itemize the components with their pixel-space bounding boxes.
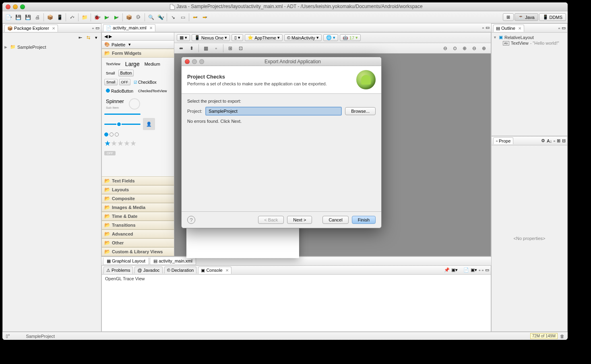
toggle-outline-icon[interactable]: ⊡ [236,44,245,53]
widget-subitem[interactable]: Sub Item [104,105,126,110]
javadoc-tab[interactable]: @ Javadoc [134,267,162,273]
package-explorer-tab[interactable]: 📦 Package Explorer✕ [4,25,58,32]
open-perspective-button[interactable]: ⊞ [503,13,514,21]
problems-tab[interactable]: ⚠ Problems [103,267,133,274]
palette-layouts[interactable]: 📂Layouts [102,185,174,194]
quickcontact-icon[interactable]: 👤 [143,118,155,130]
new-package-button[interactable]: 📦 [124,13,133,22]
java-perspective-button[interactable]: ☕Java [515,13,538,21]
outline-max-icon[interactable]: ▭ [562,25,566,31]
widget-ratingbar[interactable]: ★★★★★ [104,139,172,148]
palette-composite[interactable]: 📂Composite [102,194,174,203]
palette-nav[interactable]: ◀ ▶ [102,33,174,41]
align-h-icon[interactable]: ⬌ [177,44,186,53]
props-btn4-icon[interactable]: ⊞ [557,138,560,143]
config-dropdown[interactable]: ▦ ▾ [177,34,190,41]
palette-other[interactable]: 📂Other [102,238,174,247]
outline-tab[interactable]: ▤ Outline✕ [493,25,524,32]
help-icon[interactable]: ? [187,216,195,224]
progress-circle-icon[interactable] [129,98,140,110]
ddms-perspective-button[interactable]: 📱DDMS [539,13,566,21]
orientation-dropdown[interactable]: ▯ ▾ [231,34,243,41]
new-class-button[interactable]: ©▾ [134,13,143,22]
toggle-block-button[interactable]: ▭ [178,13,187,22]
widget-textview[interactable]: TextView [104,61,122,67]
save-button[interactable]: 💾 [14,13,23,22]
toggle-grid-icon[interactable]: ▦ [201,44,210,53]
widget-toggle[interactable]: OFF [119,79,130,85]
declaration-tab[interactable]: © Declaration [164,267,197,273]
search-button[interactable]: 🔦▾ [156,13,165,22]
gc-icon[interactable]: 🗑 [560,334,564,339]
activity-dropdown[interactable]: © MainActivity ▾ [284,34,322,41]
outline-root[interactable]: ▼▣RelativeLayout [493,34,566,40]
widget-progressbar[interactable] [104,114,141,115]
debug-button[interactable]: 🐞▾ [93,13,101,22]
zoom-window-icon[interactable] [20,4,25,9]
run-last-button[interactable]: ▶▾ [112,13,121,22]
widget-button[interactable]: Button [118,70,134,77]
palette-custom[interactable]: 📂Custom & Library Views [102,247,174,256]
xml-source-tab[interactable]: ▤ activity_main.xml [150,258,196,265]
close-outline-icon[interactable]: ✕ [518,26,521,31]
widget-small[interactable]: Small [104,70,117,76]
theme-dropdown[interactable]: ⭐ AppTheme ▾ [245,34,283,41]
close-editor-icon[interactable]: ✕ [149,26,153,30]
palette-images-media[interactable]: 📂Images & Media [102,203,174,212]
props-btn1-icon[interactable]: ⚙ [541,138,545,143]
cancel-button[interactable]: Cancel [322,216,348,224]
console-display-icon[interactable]: ▣▾ [451,267,458,273]
toggle-constraints-icon[interactable]: ⊞ [226,44,235,53]
widget-checkedtextview[interactable]: CheckedTextView [136,88,168,94]
palette-transitions[interactable]: 📂Transitions [102,221,174,230]
widget-small-button[interactable]: Small [104,79,118,85]
lint-button[interactable]: ✓▾ [68,13,76,22]
project-node[interactable]: ▶ 📁 SampleProject [4,44,99,50]
minimize-editor-icon[interactable]: ▫ [482,25,484,30]
sdk-manager-button[interactable]: 📦 [45,13,54,22]
toggle-margin-icon[interactable]: ▫ [212,44,221,53]
props-btn3-icon[interactable]: ▫ [554,139,555,143]
print-button[interactable]: 🖨 [33,13,42,22]
browse-button[interactable]: Browse... [345,107,376,115]
widget-spinner[interactable]: Spinner [104,97,126,105]
zoom-out-icon[interactable]: ⊖ [441,44,450,53]
widget-medium[interactable]: Medium [143,61,162,67]
save-all-button[interactable]: 💾 [23,13,32,22]
widget-seekbar[interactable] [104,124,141,125]
widget-switch[interactable]: OFF [104,150,172,155]
new-button[interactable]: 📄▾ [4,13,13,22]
console-pin-icon[interactable]: 📌 [444,267,450,273]
view-menu-icon[interactable]: ▫ [92,26,94,31]
widget-radiogroup[interactable] [104,132,172,137]
properties-tab[interactable]: ▫ Prope [493,137,513,144]
project-input[interactable] [205,107,342,116]
finish-button[interactable]: Finish [352,216,376,224]
palette-time-date[interactable]: 📂Time & Date [102,212,174,221]
memory-indicator[interactable]: 72M of 149M [530,333,558,339]
locale-dropdown[interactable]: 🌐 ▾ [323,34,338,41]
back-button[interactable]: ⬅▾ [191,13,200,22]
device-dropdown[interactable]: 📱 Nexus One ▾ [192,34,230,41]
run-button[interactable]: ▶▾ [102,13,111,22]
dialog-close-icon[interactable] [185,59,190,64]
minimize-view-icon[interactable]: ▭ [95,25,99,31]
zoom-100-icon[interactable]: ⊕ [479,44,488,53]
forward-button[interactable]: ➡▾ [200,13,209,22]
view-dropdown-icon[interactable]: ▾ [93,34,99,41]
zoom-reset-icon[interactable]: ⊙ [450,44,459,53]
link-editor-icon[interactable]: ⇆ [85,34,91,41]
console-clear-icon[interactable]: 📄 [463,267,469,273]
close-console-icon[interactable]: ✕ [225,268,229,273]
open-type-button[interactable]: 🔍 [147,13,155,22]
avd-manager-button[interactable]: 📱 [55,13,64,22]
maximize-editor-icon[interactable]: ▭ [486,25,490,30]
next-button[interactable]: Next > [287,216,312,224]
console-tab[interactable]: ▣ Console✕ [198,267,231,274]
graphical-layout-tab[interactable]: ▦ Graphical Layout [103,258,149,265]
minimize-window-icon[interactable] [13,4,18,9]
zoom-in-icon[interactable]: ⊖ [470,44,479,53]
props-btn2-icon[interactable]: A↓ [547,139,552,143]
palette-advanced[interactable]: 📂Advanced [102,230,174,238]
collapse-all-icon[interactable]: ⇤ [77,34,83,41]
